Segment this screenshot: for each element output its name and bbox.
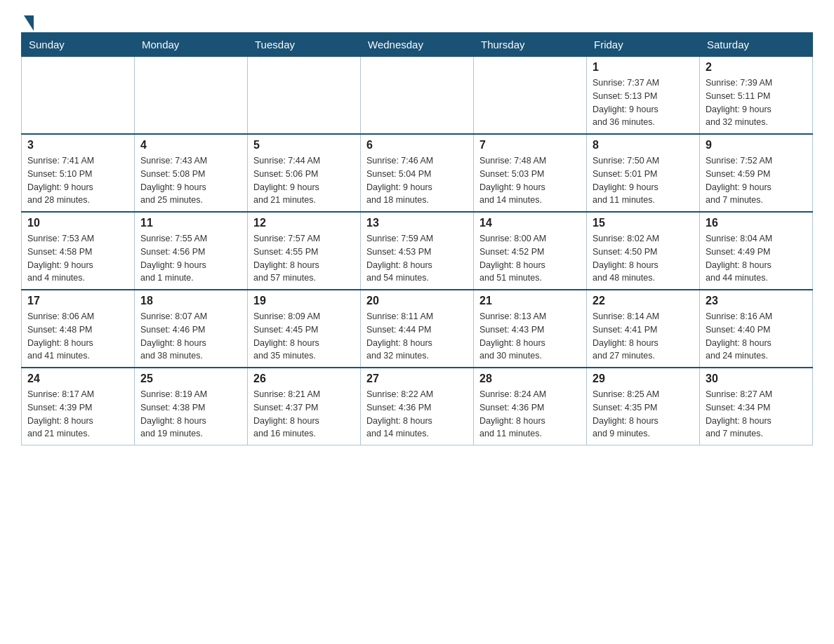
day-number: 23 — [706, 295, 807, 307]
day-info: Sunrise: 8:27 AMSunset: 4:34 PMDaylight:… — [706, 388, 807, 441]
day-number: 21 — [479, 295, 581, 307]
calendar-cell: 1Sunrise: 7:37 AMSunset: 5:13 PMDaylight… — [587, 57, 700, 135]
calendar-cell — [135, 57, 248, 135]
day-info: Sunrise: 8:04 AMSunset: 4:49 PMDaylight:… — [706, 232, 807, 285]
calendar-cell: 8Sunrise: 7:50 AMSunset: 5:01 PMDaylight… — [587, 134, 700, 212]
day-number: 26 — [253, 373, 355, 385]
day-info: Sunrise: 8:22 AMSunset: 4:36 PMDaylight:… — [366, 388, 468, 441]
calendar-cell: 28Sunrise: 8:24 AMSunset: 4:36 PMDayligh… — [474, 368, 587, 445]
calendar-header-monday: Monday — [135, 33, 248, 57]
calendar-cell: 26Sunrise: 8:21 AMSunset: 4:37 PMDayligh… — [248, 368, 361, 445]
day-number: 7 — [479, 139, 581, 152]
calendar-cell — [22, 57, 135, 135]
day-number: 18 — [140, 295, 241, 307]
day-number: 13 — [366, 217, 468, 229]
day-info: Sunrise: 8:09 AMSunset: 4:45 PMDaylight:… — [253, 310, 355, 363]
day-info: Sunrise: 7:48 AMSunset: 5:03 PMDaylight:… — [479, 154, 581, 207]
day-info: Sunrise: 8:16 AMSunset: 4:40 PMDaylight:… — [706, 310, 807, 363]
calendar-header-saturday: Saturday — [700, 33, 813, 57]
calendar-cell: 13Sunrise: 7:59 AMSunset: 4:53 PMDayligh… — [361, 212, 474, 290]
day-info: Sunrise: 8:06 AMSunset: 4:48 PMDaylight:… — [27, 310, 128, 363]
calendar-cell: 21Sunrise: 8:13 AMSunset: 4:43 PMDayligh… — [474, 290, 587, 368]
day-number: 15 — [593, 217, 694, 229]
calendar-week-row: 10Sunrise: 7:53 AMSunset: 4:58 PMDayligh… — [22, 212, 813, 290]
calendar-week-row: 1Sunrise: 7:37 AMSunset: 5:13 PMDaylight… — [22, 57, 813, 135]
calendar-cell: 20Sunrise: 8:11 AMSunset: 4:44 PMDayligh… — [361, 290, 474, 368]
day-number: 8 — [593, 139, 694, 152]
day-number: 5 — [253, 139, 355, 152]
calendar-cell: 9Sunrise: 7:52 AMSunset: 4:59 PMDaylight… — [700, 134, 813, 212]
day-number: 27 — [366, 373, 468, 385]
calendar-cell: 12Sunrise: 7:57 AMSunset: 4:55 PMDayligh… — [248, 212, 361, 290]
day-info: Sunrise: 8:21 AMSunset: 4:37 PMDaylight:… — [253, 388, 355, 441]
calendar-cell: 19Sunrise: 8:09 AMSunset: 4:45 PMDayligh… — [248, 290, 361, 368]
day-info: Sunrise: 7:43 AMSunset: 5:08 PMDaylight:… — [140, 154, 241, 207]
calendar-cell: 27Sunrise: 8:22 AMSunset: 4:36 PMDayligh… — [361, 368, 474, 445]
day-info: Sunrise: 8:07 AMSunset: 4:46 PMDaylight:… — [140, 310, 241, 363]
day-info: Sunrise: 7:57 AMSunset: 4:55 PMDaylight:… — [253, 232, 355, 285]
day-info: Sunrise: 7:59 AMSunset: 4:53 PMDaylight:… — [366, 232, 468, 285]
calendar-header-thursday: Thursday — [474, 33, 587, 57]
day-number: 20 — [366, 295, 468, 307]
day-info: Sunrise: 7:44 AMSunset: 5:06 PMDaylight:… — [253, 154, 355, 207]
day-info: Sunrise: 8:25 AMSunset: 4:35 PMDaylight:… — [593, 388, 694, 441]
calendar-cell: 3Sunrise: 7:41 AMSunset: 5:10 PMDaylight… — [22, 134, 135, 212]
day-number: 30 — [706, 373, 807, 385]
day-number: 28 — [479, 373, 581, 385]
calendar-cell — [474, 57, 587, 135]
calendar-cell: 2Sunrise: 7:39 AMSunset: 5:11 PMDaylight… — [700, 57, 813, 135]
calendar-header-wednesday: Wednesday — [361, 33, 474, 57]
day-info: Sunrise: 7:37 AMSunset: 5:13 PMDaylight:… — [593, 76, 694, 129]
calendar-header-row: SundayMondayTuesdayWednesdayThursdayFrid… — [22, 33, 813, 57]
day-info: Sunrise: 8:19 AMSunset: 4:38 PMDaylight:… — [140, 388, 241, 441]
day-number: 24 — [27, 373, 128, 385]
day-info: Sunrise: 8:17 AMSunset: 4:39 PMDaylight:… — [27, 388, 128, 441]
day-number: 4 — [140, 139, 241, 152]
day-number: 14 — [479, 217, 581, 229]
calendar-cell: 5Sunrise: 7:44 AMSunset: 5:06 PMDaylight… — [248, 134, 361, 212]
calendar-week-row: 3Sunrise: 7:41 AMSunset: 5:10 PMDaylight… — [22, 134, 813, 212]
day-info: Sunrise: 8:24 AMSunset: 4:36 PMDaylight:… — [479, 388, 581, 441]
calendar-cell — [361, 57, 474, 135]
day-number: 17 — [27, 295, 128, 307]
day-info: Sunrise: 8:00 AMSunset: 4:52 PMDaylight:… — [479, 232, 581, 285]
logo-general — [21, 14, 34, 29]
day-number: 29 — [593, 373, 694, 385]
day-info: Sunrise: 8:14 AMSunset: 4:41 PMDaylight:… — [593, 310, 694, 363]
calendar-week-row: 17Sunrise: 8:06 AMSunset: 4:48 PMDayligh… — [22, 290, 813, 368]
calendar-cell: 10Sunrise: 7:53 AMSunset: 4:58 PMDayligh… — [22, 212, 135, 290]
day-number: 22 — [593, 295, 694, 307]
calendar-cell: 24Sunrise: 8:17 AMSunset: 4:39 PMDayligh… — [22, 368, 135, 445]
calendar-header-friday: Friday — [587, 33, 700, 57]
logo-arrow-icon — [24, 15, 34, 31]
calendar-cell: 7Sunrise: 7:48 AMSunset: 5:03 PMDaylight… — [474, 134, 587, 212]
calendar-cell: 14Sunrise: 8:00 AMSunset: 4:52 PMDayligh… — [474, 212, 587, 290]
calendar-header-sunday: Sunday — [22, 33, 135, 57]
day-info: Sunrise: 8:13 AMSunset: 4:43 PMDaylight:… — [479, 310, 581, 363]
day-info: Sunrise: 7:46 AMSunset: 5:04 PMDaylight:… — [366, 154, 468, 207]
calendar-cell: 17Sunrise: 8:06 AMSunset: 4:48 PMDayligh… — [22, 290, 135, 368]
calendar-cell: 25Sunrise: 8:19 AMSunset: 4:38 PMDayligh… — [135, 368, 248, 445]
day-number: 10 — [27, 217, 128, 229]
day-number: 2 — [706, 61, 807, 74]
day-number: 1 — [593, 61, 694, 74]
calendar-cell — [248, 57, 361, 135]
calendar-cell: 30Sunrise: 8:27 AMSunset: 4:34 PMDayligh… — [700, 368, 813, 445]
page-header — [21, 14, 813, 28]
day-info: Sunrise: 8:02 AMSunset: 4:50 PMDaylight:… — [593, 232, 694, 285]
day-info: Sunrise: 7:52 AMSunset: 4:59 PMDaylight:… — [706, 154, 807, 207]
calendar-cell: 4Sunrise: 7:43 AMSunset: 5:08 PMDaylight… — [135, 134, 248, 212]
day-number: 9 — [706, 139, 807, 152]
calendar-cell: 29Sunrise: 8:25 AMSunset: 4:35 PMDayligh… — [587, 368, 700, 445]
day-number: 3 — [27, 139, 128, 152]
day-number: 25 — [140, 373, 241, 385]
day-number: 19 — [253, 295, 355, 307]
calendar-cell: 6Sunrise: 7:46 AMSunset: 5:04 PMDaylight… — [361, 134, 474, 212]
day-info: Sunrise: 7:53 AMSunset: 4:58 PMDaylight:… — [27, 232, 128, 285]
calendar-header-tuesday: Tuesday — [248, 33, 361, 57]
calendar-cell: 18Sunrise: 8:07 AMSunset: 4:46 PMDayligh… — [135, 290, 248, 368]
calendar-cell: 23Sunrise: 8:16 AMSunset: 4:40 PMDayligh… — [700, 290, 813, 368]
calendar-cell: 16Sunrise: 8:04 AMSunset: 4:49 PMDayligh… — [700, 212, 813, 290]
logo — [21, 14, 34, 28]
day-number: 11 — [140, 217, 241, 229]
